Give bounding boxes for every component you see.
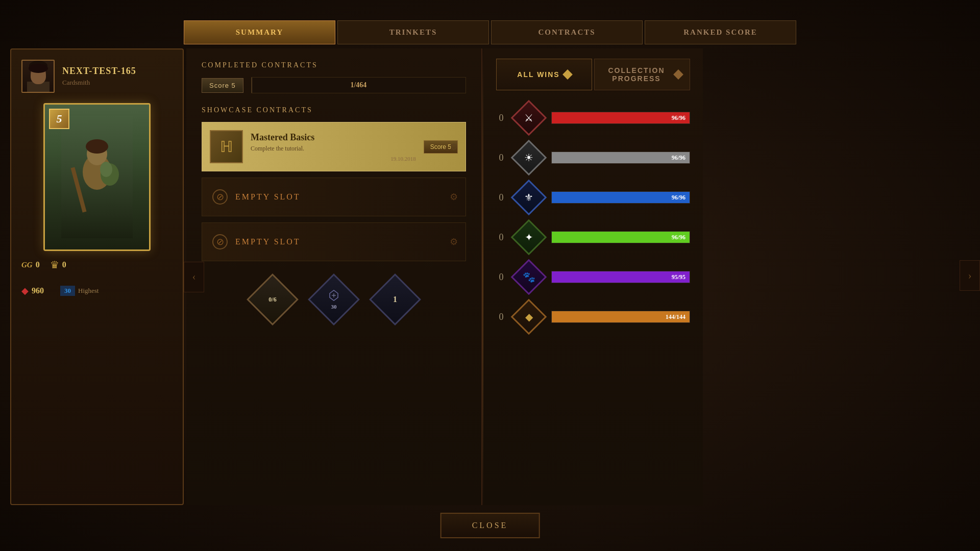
badge-value-1: 0/6	[268, 296, 276, 304]
player-stats: GG 0 ♛ 0 ◆ 960 30 Highest	[21, 259, 173, 296]
faction-bar-1: 96/96	[551, 152, 690, 164]
svg-point-7	[100, 162, 112, 177]
badge-2: 30	[311, 277, 357, 322]
svg-point-4	[86, 139, 108, 154]
avatar	[21, 60, 55, 93]
empty-slot-1[interactable]: ⊘ EMPTY SLOT ⚙	[202, 178, 466, 216]
faction-count-3: 0	[496, 232, 506, 243]
collection-diamond-icon	[673, 69, 683, 80]
tab-trinkets[interactable]: TRINKETS	[337, 20, 489, 44]
badge-icon-2	[328, 289, 340, 302]
faction-bar-text-4: 95/95	[672, 273, 685, 281]
faction-bar-text-1: 96/96	[672, 154, 685, 162]
faction-row-0: 0 ⚔ 96/96	[496, 103, 690, 133]
faction-bar-0: 96/96	[551, 112, 690, 124]
stat-gg: GG 0	[21, 260, 40, 269]
empty-slot-icon-1: ⊘	[212, 189, 228, 205]
badge-value-2: 30	[328, 289, 340, 310]
gg-icon: GG	[21, 261, 33, 269]
collection-label: COLLECTION PROGRESS	[602, 66, 671, 83]
player-sidebar: NEXT-TEST-165 Cardsmith 5	[10, 48, 184, 505]
faction-icon-0: ⚔	[524, 112, 533, 124]
empty-slot-gear-1[interactable]: ⚙	[450, 191, 458, 203]
empty-slot-gear-2[interactable]: ⚙	[450, 236, 458, 247]
faction-row-3: 0 ✦ 96/96	[496, 222, 690, 252]
panel-header: ALL WINS COLLECTION PROGRESS	[496, 59, 690, 90]
tab-all-wins[interactable]: ALL WINS	[496, 59, 592, 90]
gg-value: 0	[36, 260, 40, 269]
card-character-svg	[61, 116, 133, 238]
badge-1: 0/6	[250, 277, 296, 322]
faction-bar-text-5: 144/144	[666, 313, 685, 321]
faction-count-4: 0	[496, 272, 506, 283]
crown-value: 0	[62, 260, 66, 269]
faction-row-2: 0 ⚜ 96/96	[496, 183, 690, 212]
stat-crowns: ♛ 0	[50, 259, 66, 271]
faction-bar-fill-2: 96/96	[552, 192, 690, 203]
progress-text: 1/464	[350, 81, 366, 89]
crown-icon: ♛	[50, 259, 59, 271]
contract-gear-icon[interactable]: ⚙	[450, 141, 458, 153]
faction-row-1: 0 ☀ 96/96	[496, 143, 690, 172]
faction-bar-5: 144/144	[551, 311, 690, 323]
contract-description: Complete the tutorial.	[251, 145, 416, 153]
faction-icon-5: ◆	[525, 311, 533, 323]
completed-contracts-title: COMPLETED CONTRACTS	[202, 61, 466, 69]
score-value: 960	[32, 286, 44, 295]
faction-icon-2: ⚜	[524, 191, 533, 204]
faction-bar-text-0: 96/96	[672, 114, 685, 122]
contract-name: Mastered Basics	[251, 132, 416, 143]
faction-diamond-4: 🐾	[514, 262, 544, 292]
faction-diamond-2: ⚜	[514, 183, 544, 212]
badge-value-3: 1	[393, 295, 397, 304]
score-button[interactable]: Score 5	[202, 78, 243, 93]
faction-bar-fill-3: 96/96	[552, 232, 690, 243]
contract-rune-icon: ℍ	[220, 138, 233, 156]
player-card: 5	[43, 103, 151, 251]
faction-bar-text-2: 96/96	[672, 194, 685, 202]
badge-3: 1	[372, 277, 418, 322]
faction-count-0: 0	[496, 113, 506, 123]
faction-icon-3: ✦	[525, 231, 533, 243]
faction-bar-3: 96/96	[551, 231, 690, 243]
nav-tabs: SUMMARY TRINKETS CONTRACTS RANKED SCORE	[184, 20, 796, 44]
contract-mastered-basics[interactable]: ℍ Mastered Basics Complete the tutorial.…	[202, 122, 466, 171]
faction-diamond-3: ✦	[514, 222, 544, 252]
faction-bar-fill-0: 96/96	[552, 112, 690, 123]
progress-bar: 1/464	[251, 77, 466, 93]
player-title: Cardsmith	[62, 79, 173, 87]
content-area: COMPLETED CONTRACTS Score 5 1/464 SHOWCA…	[186, 48, 980, 505]
contract-icon: ℍ	[210, 130, 243, 163]
showcase-title: SHOWCASE CONTRACTS	[202, 106, 466, 114]
progress-container: Score 5 1/464	[202, 77, 466, 93]
faction-row-4: 0 🐾 95/95	[496, 262, 690, 292]
nav-arrow-right[interactable]: ›	[960, 260, 980, 291]
faction-icon-1: ☀	[524, 152, 533, 164]
highest-score: 30	[60, 286, 75, 296]
faction-bar-text-3: 96/96	[672, 234, 685, 241]
nav-arrow-left[interactable]: ‹	[184, 262, 204, 292]
faction-diamond-5: ◆	[514, 302, 544, 332]
faction-bar-fill-5: 144/144	[552, 311, 690, 322]
faction-diamond-0: ⚔	[514, 103, 544, 133]
card-level: 5	[49, 109, 69, 129]
player-info: NEXT-TEST-165 Cardsmith	[62, 66, 173, 87]
tab-contracts[interactable]: CONTRACTS	[491, 20, 643, 44]
stat-score: ◆ 960 30 Highest	[21, 285, 173, 296]
faction-count-1: 0	[496, 153, 506, 163]
close-button[interactable]: CLOSE	[440, 513, 540, 538]
empty-slot-2[interactable]: ⊘ EMPTY SLOT ⚙	[202, 222, 466, 261]
tab-collection-progress[interactable]: COLLECTION PROGRESS	[594, 59, 690, 90]
all-wins-diamond-icon	[562, 69, 573, 80]
faction-row-5: 0 ◆ 144/144	[496, 302, 690, 332]
badge-row: 0/6 30 1	[202, 277, 466, 322]
faction-bar-fill-4: 95/95	[552, 271, 690, 283]
faction-diamond-1: ☀	[514, 143, 544, 172]
faction-icon-4: 🐾	[523, 271, 535, 283]
wins-panel: ALL WINS COLLECTION PROGRESS 0 ⚔ 96/96	[483, 48, 703, 505]
faction-count-2: 0	[496, 192, 506, 203]
tab-summary[interactable]: SUMMARY	[184, 20, 335, 44]
empty-slot-text-1: EMPTY SLOT	[235, 192, 301, 202]
highest-label: Highest	[78, 287, 99, 295]
tab-ranked-score[interactable]: RANKED SCORE	[645, 20, 796, 44]
